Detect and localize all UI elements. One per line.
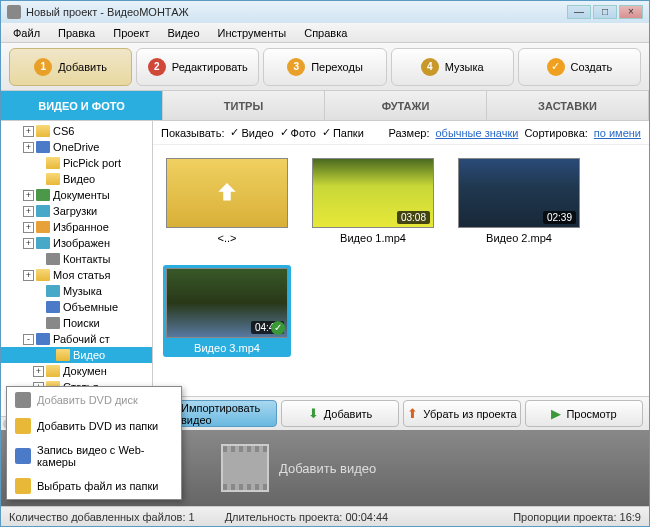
remove-button[interactable]: ⬆ Убрать из проекта <box>403 400 521 427</box>
thumbnails-area: <..> 03:08 Видео 1.mp4 02:39 Видео 2.mp4… <box>153 145 649 396</box>
close-button[interactable]: × <box>619 5 643 19</box>
expand-toggle <box>33 302 44 313</box>
tree-item[interactable]: +Документы <box>1 187 152 203</box>
duration-badge: 03:08 <box>397 211 430 224</box>
steps-bar: 1Добавить 2Редактировать 3Переходы 4Музы… <box>1 43 649 91</box>
tree-item[interactable]: Видео <box>1 347 152 363</box>
thumb-parent-folder[interactable]: <..> <box>163 155 291 247</box>
expand-toggle[interactable]: + <box>23 142 34 153</box>
tree-item[interactable]: +OneDrive <box>1 139 152 155</box>
play-icon: ▶ <box>551 406 561 421</box>
popup-label: Запись видео с Web-камеры <box>37 444 173 468</box>
menu-edit[interactable]: Правка <box>50 25 103 41</box>
expand-toggle <box>33 158 44 169</box>
tab-video-photo[interactable]: ВИДЕО И ФОТО <box>1 91 163 120</box>
menu-project[interactable]: Проект <box>105 25 157 41</box>
filter-video-checkbox[interactable]: ✓ Видео <box>230 126 273 139</box>
subtabs: ВИДЕО И ФОТО ТИТРЫ ФУТАЖИ ЗАСТАВКИ <box>1 91 649 121</box>
button-label: Просмотр <box>566 408 616 420</box>
step-edit[interactable]: 2Редактировать <box>136 48 259 86</box>
tree-item-label: Рабочий ст <box>53 333 110 345</box>
button-label: Импортировать видео <box>181 402 276 426</box>
tree-item[interactable]: Музыка <box>1 283 152 299</box>
tree-item[interactable]: +Загрузки <box>1 203 152 219</box>
popup-add-dvd-folder[interactable]: Добавить DVD из папки <box>7 413 181 439</box>
button-label: Добавить <box>324 408 373 420</box>
tree-item[interactable]: Видео <box>1 171 152 187</box>
tree-item-label: Видео <box>73 349 105 361</box>
filter-folders-checkbox[interactable]: ✓ Папки <box>322 126 364 139</box>
step-add[interactable]: 1Добавить <box>9 48 132 86</box>
expand-toggle[interactable]: + <box>23 270 34 281</box>
expand-toggle <box>33 318 44 329</box>
step-music[interactable]: 4Музыка <box>391 48 514 86</box>
menu-file[interactable]: Файл <box>5 25 48 41</box>
menu-tools[interactable]: Инструменты <box>210 25 295 41</box>
sort-link[interactable]: по имени <box>594 127 641 139</box>
folder-icon <box>36 269 50 281</box>
tree-item-label: Контакты <box>63 253 111 265</box>
step-label: Создать <box>571 61 613 73</box>
folder-icon <box>46 253 60 265</box>
import-popup-menu: Добавить DVD диск Добавить DVD из папки … <box>6 386 182 500</box>
tree-item-label: Загрузки <box>53 205 97 217</box>
step-label: Переходы <box>311 61 363 73</box>
tree-item[interactable]: Объемные <box>1 299 152 315</box>
folder-icon <box>36 221 50 233</box>
popup-label: Добавить DVD из папки <box>37 420 158 432</box>
tree-item[interactable]: -Рабочий ст <box>1 331 152 347</box>
expand-toggle <box>43 350 54 361</box>
expand-toggle[interactable]: + <box>23 222 34 233</box>
expand-toggle[interactable]: - <box>23 334 34 345</box>
expand-toggle <box>33 254 44 265</box>
preview-button[interactable]: ▶ Просмотр <box>525 400 643 427</box>
folder-tree[interactable]: +CS6+OneDrivePicPick portВидео+Документы… <box>1 121 153 416</box>
tree-item[interactable]: +Избранное <box>1 219 152 235</box>
timeline-placeholder[interactable]: Добавить видео <box>221 444 376 492</box>
tree-item[interactable]: +Моя статья <box>1 267 152 283</box>
added-check-icon: ✓ <box>271 321 285 335</box>
tree-item[interactable]: +CS6 <box>1 123 152 139</box>
tree-item[interactable]: +Изображен <box>1 235 152 251</box>
folder-icon <box>46 157 60 169</box>
thumb-video-2[interactable]: 02:39 Видео 2.mp4 <box>455 155 583 247</box>
tree-item[interactable]: +Докумен <box>1 363 152 379</box>
folder-up-icon <box>166 158 288 228</box>
tree-item[interactable]: PicPick port <box>1 155 152 171</box>
size-link[interactable]: обычные значки <box>435 127 518 139</box>
step-create[interactable]: ✓Создать <box>518 48 641 86</box>
folder-icon <box>46 301 60 313</box>
expand-toggle[interactable]: + <box>33 366 44 377</box>
menu-video[interactable]: Видео <box>159 25 207 41</box>
filter-photo-checkbox[interactable]: ✓ Фото <box>280 126 316 139</box>
tree-item-label: Видео <box>63 173 95 185</box>
duration-value: 00:04:44 <box>345 511 388 523</box>
popup-choose-file[interactable]: Выбрать файл из папки <box>7 473 181 499</box>
tree-item[interactable]: Поиски <box>1 315 152 331</box>
window-title: Новый проект - ВидеоМОНТАЖ <box>26 6 567 18</box>
tree-item-label: Документы <box>53 189 110 201</box>
expand-toggle[interactable]: + <box>23 238 34 249</box>
minimize-button[interactable]: — <box>567 5 591 19</box>
folder-icon <box>36 333 50 345</box>
folder-icon <box>36 125 50 137</box>
menu-help[interactable]: Справка <box>296 25 355 41</box>
thumb-video-3[interactable]: 04:44 ✓ Видео 3.mp4 <box>163 265 291 357</box>
add-button[interactable]: ⬇ Добавить <box>281 400 399 427</box>
tab-footage[interactable]: ФУТАЖИ <box>325 91 487 120</box>
popup-webcam-record[interactable]: Запись видео с Web-камеры <box>7 439 181 473</box>
expand-toggle[interactable]: + <box>23 126 34 137</box>
aspect-label: Пропорции проекта: <box>513 511 616 523</box>
expand-toggle[interactable]: + <box>23 190 34 201</box>
check-icon: ✓ <box>547 58 565 76</box>
tree-item[interactable]: Контакты <box>1 251 152 267</box>
thumb-video-1[interactable]: 03:08 Видео 1.mp4 <box>309 155 437 247</box>
expand-toggle[interactable]: + <box>23 206 34 217</box>
step-label: Добавить <box>58 61 107 73</box>
tab-titles[interactable]: ТИТРЫ <box>163 91 325 120</box>
maximize-button[interactable]: □ <box>593 5 617 19</box>
folder-icon <box>36 189 50 201</box>
tab-intros[interactable]: ЗАСТАВКИ <box>487 91 649 120</box>
duration-badge: 02:39 <box>543 211 576 224</box>
step-transitions[interactable]: 3Переходы <box>263 48 386 86</box>
